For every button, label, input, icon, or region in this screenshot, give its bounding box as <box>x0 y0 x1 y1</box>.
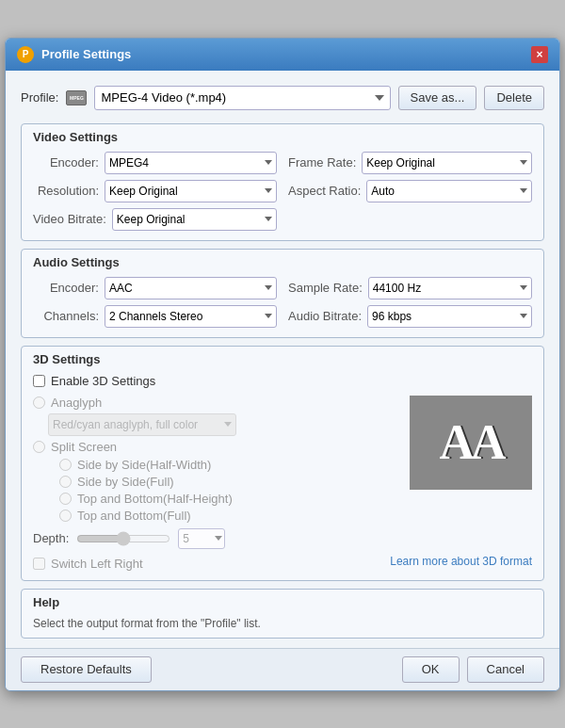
top-bottom-full-row: Top and Bottom(Full) <box>59 509 398 523</box>
channels-field: Channels: 2 Channels Stereo <box>33 305 277 328</box>
resolution-label: Resolution: <box>33 184 99 198</box>
profile-icon-text: MPEG <box>70 95 84 101</box>
audio-settings-grid: Encoder: AAC Sample Rate: 44100 Hz Chann… <box>33 277 532 328</box>
side-by-side-full-radio[interactable] <box>59 476 72 488</box>
audio-encoder-field: Encoder: AAC <box>33 277 277 299</box>
sample-rate-label: Sample Rate: <box>288 281 363 295</box>
anaglyph-options: Red/cyan anaglyph, full color <box>48 413 398 436</box>
audio-bitrate-field: Audio Bitrate: 96 kbps <box>288 305 532 328</box>
depth-row: Depth: 5 <box>33 528 398 549</box>
switch-row: Switch Left Right <box>33 557 143 571</box>
audio-encoder-select[interactable]: AAC <box>105 277 277 299</box>
audio-settings-section: Audio Settings Encoder: AAC Sample Rate:… <box>21 249 544 338</box>
top-bottom-full-label: Top and Bottom(Full) <box>77 509 191 523</box>
anaglyph-label: Anaglyph <box>51 396 102 410</box>
depth-label: Depth: <box>33 531 69 545</box>
profile-row: Profile: MPEG MPEG-4 Video (*.mp4) Save … <box>21 80 544 116</box>
preview-aa-text: AA <box>439 414 502 470</box>
profile-format-icon: MPEG <box>66 90 87 105</box>
side-by-side-half-label: Side by Side(Half-Width) <box>77 458 211 472</box>
anaglyph-select[interactable]: Red/cyan anaglyph, full color <box>48 413 236 436</box>
threed-settings-title: 3D Settings <box>33 352 532 366</box>
sample-rate-field: Sample Rate: 44100 Hz <box>288 277 532 299</box>
enable-3d-label[interactable]: Enable 3D Settings <box>51 374 155 388</box>
encoder-select[interactable]: MPEG4 <box>105 152 277 174</box>
split-screen-radio[interactable] <box>33 441 45 453</box>
audio-settings-title: Audio Settings <box>33 255 532 269</box>
threed-preview: AA <box>410 396 532 490</box>
footer-right: OK Cancel <box>402 656 544 683</box>
dialog-content: Profile: MPEG MPEG-4 Video (*.mp4) Save … <box>6 71 559 648</box>
audio-bitrate-select[interactable]: 96 kbps <box>367 305 532 328</box>
aspect-ratio-select[interactable]: Auto <box>366 180 532 202</box>
resolution-select[interactable]: Keep Original <box>105 180 277 202</box>
aspect-ratio-field: Aspect Ratio: Auto <box>288 180 532 202</box>
title-bar: P Profile Settings × <box>6 39 559 71</box>
video-settings-section: Video Settings Encoder: MPEG4 Frame Rate… <box>21 123 544 241</box>
help-section: Help Select the output format from the "… <box>21 589 544 639</box>
threed-bottom-row: Switch Left Right Learn more about 3D fo… <box>33 553 532 571</box>
side-by-side-half-row: Side by Side(Half-Width) <box>59 458 398 472</box>
delete-button[interactable]: Delete <box>484 86 544 110</box>
profile-settings-dialog: P Profile Settings × Profile: MPEG MPEG-… <box>5 38 560 691</box>
channels-select[interactable]: 2 Channels Stereo <box>105 305 277 328</box>
dialog-footer: Restore Defaults OK Cancel <box>6 648 559 690</box>
video-bitrate-label: Video Bitrate: <box>33 212 106 226</box>
aspect-ratio-label: Aspect Ratio: <box>288 184 361 198</box>
top-bottom-half-row: Top and Bottom(Half-Height) <box>59 492 398 506</box>
threed-settings-section: 3D Settings Enable 3D Settings Anaglyph … <box>21 346 544 581</box>
anaglyph-radio-row: Anaglyph <box>33 396 398 410</box>
learn-more-link[interactable]: Learn more about 3D format <box>390 555 532 568</box>
dialog-icon-text: P <box>23 49 29 59</box>
close-button[interactable]: × <box>531 46 548 63</box>
frame-rate-field: Frame Rate: Keep Original <box>288 152 532 174</box>
sample-rate-select[interactable]: 44100 Hz <box>368 277 532 299</box>
threed-content: Anaglyph Red/cyan anaglyph, full color S… <box>33 396 532 549</box>
audio-encoder-label: Encoder: <box>33 281 99 295</box>
video-settings-title: Video Settings <box>33 130 532 144</box>
enable-3d-row: Enable 3D Settings <box>33 374 532 388</box>
depth-slider[interactable] <box>76 531 170 546</box>
dialog-title: Profile Settings <box>41 47 524 61</box>
switch-left-right-checkbox[interactable] <box>33 558 45 570</box>
save-as-button[interactable]: Save as... <box>398 86 477 110</box>
help-text: Select the output format from the "Profi… <box>33 617 532 630</box>
profile-select[interactable]: MPEG-4 Video (*.mp4) <box>94 86 390 110</box>
top-bottom-half-radio[interactable] <box>59 493 72 505</box>
split-screen-radio-row: Split Screen <box>33 440 398 454</box>
top-bottom-half-label: Top and Bottom(Half-Height) <box>77 492 233 506</box>
depth-select[interactable]: 5 <box>178 528 225 549</box>
cancel-button[interactable]: Cancel <box>467 656 544 683</box>
profile-label: Profile: <box>21 90 58 105</box>
top-bottom-full-radio[interactable] <box>59 510 72 522</box>
restore-defaults-button[interactable]: Restore Defaults <box>21 656 152 683</box>
video-bitrate-field: Video Bitrate: Keep Original <box>33 208 277 231</box>
resolution-field: Resolution: Keep Original <box>33 180 277 202</box>
dialog-icon: P <box>17 46 34 63</box>
switch-left-right-label: Switch Left Right <box>51 557 143 571</box>
video-settings-grid: Encoder: MPEG4 Frame Rate: Keep Original… <box>33 152 532 231</box>
frame-rate-select[interactable]: Keep Original <box>362 152 532 174</box>
audio-bitrate-label: Audio Bitrate: <box>288 309 362 323</box>
split-screen-label: Split Screen <box>51 440 117 454</box>
anaglyph-radio[interactable] <box>33 396 45 409</box>
video-bitrate-select[interactable]: Keep Original <box>112 208 277 231</box>
encoder-label: Encoder: <box>33 155 99 170</box>
side-by-side-half-radio[interactable] <box>59 459 72 471</box>
help-title: Help <box>33 595 532 609</box>
ok-button[interactable]: OK <box>402 656 460 683</box>
side-by-side-full-label: Side by Side(Full) <box>77 475 174 489</box>
encoder-field: Encoder: MPEG4 <box>33 152 277 174</box>
channels-label: Channels: <box>33 309 99 323</box>
threed-left: Anaglyph Red/cyan anaglyph, full color S… <box>33 396 398 549</box>
side-by-side-full-row: Side by Side(Full) <box>59 475 398 489</box>
enable-3d-checkbox[interactable] <box>33 375 45 387</box>
frame-rate-label: Frame Rate: <box>288 155 356 170</box>
